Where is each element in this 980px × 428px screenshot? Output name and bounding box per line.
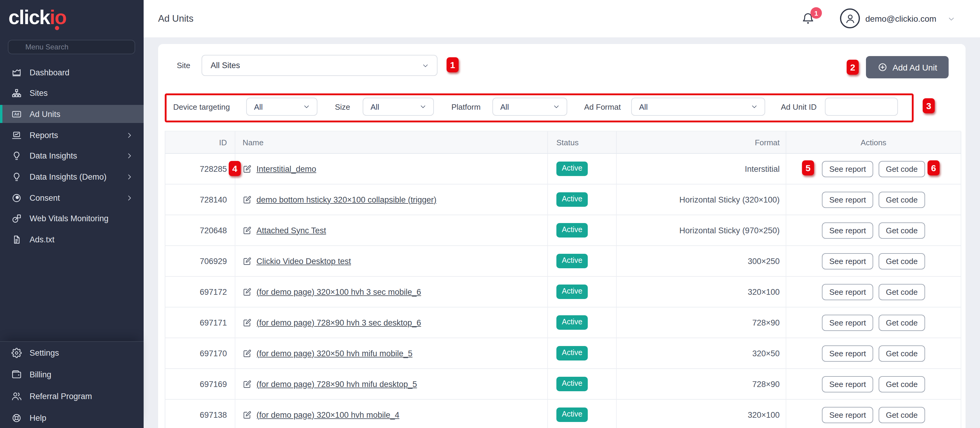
sidebar-item-ads-txt[interactable]: Ads.txt xyxy=(0,231,144,249)
get-code-button[interactable]: Get code xyxy=(879,407,925,423)
status-badge: Active xyxy=(556,346,588,360)
ad-unit-name-link[interactable]: (for demo page) 728×90 hvh 3 sec desktop… xyxy=(256,318,421,327)
get-code-button[interactable]: Get code xyxy=(879,284,925,300)
ad-unit-name-link[interactable]: (for demo page) 320×50 hvh mifu mobile_5 xyxy=(256,349,412,358)
content-area: Site All Sites Add Ad Unit Device target… xyxy=(144,37,980,428)
app-root: clickio Dashboard Sites Ad Units Reports xyxy=(0,0,980,428)
get-code-button[interactable]: Get code xyxy=(879,345,925,361)
ad-units-icon xyxy=(11,109,22,119)
add-ad-unit-button[interactable]: Add Ad Unit xyxy=(866,56,949,78)
chevron-down-icon[interactable] xyxy=(947,15,955,23)
sidebar-item-billing[interactable]: Billing xyxy=(0,365,144,384)
device-targeting-select[interactable]: All xyxy=(246,98,317,116)
site-select[interactable]: All Sites xyxy=(202,55,438,76)
column-header-id: ID xyxy=(165,132,235,154)
topbar: Ad Units 1 demo@clickio.com xyxy=(144,0,980,37)
sidebar-item-web-vitals-monitoring[interactable]: Web Vitals Monitoring xyxy=(0,210,144,228)
get-code-button[interactable]: Get code xyxy=(879,161,925,177)
get-code-button[interactable]: Get code xyxy=(879,192,925,208)
get-code-button[interactable]: Get code xyxy=(879,253,925,269)
ad-unit-name-link[interactable]: Clickio Video Desktop test xyxy=(256,257,351,266)
sidebar-item-sites[interactable]: Sites xyxy=(0,84,144,102)
format-cell: Interstitial xyxy=(617,154,786,184)
ad-unit-name-cell: demo bottom hsticky 320×100 collapsible … xyxy=(235,184,548,215)
get-code-button[interactable]: Get code xyxy=(879,314,925,331)
size-select[interactable]: All xyxy=(363,98,434,116)
edit-icon[interactable] xyxy=(243,195,251,204)
sidebar-item-data-insights[interactable]: Data Insights xyxy=(0,147,144,165)
sidebar-bottom-nav: Settings Billing Referral Program Help xyxy=(0,341,144,428)
ad-unit-name-link[interactable]: (for demo page) 320×100 hvh mobile_4 xyxy=(256,410,399,419)
user-email[interactable]: demo@clickio.com xyxy=(865,14,936,24)
see-report-button[interactable]: See report xyxy=(822,222,873,238)
sidebar-item-label: Reports xyxy=(30,130,58,139)
table-row: 720648 Attached Sync Test Active Horizon… xyxy=(165,215,961,246)
see-report-button[interactable]: See report xyxy=(822,376,873,392)
ad-unit-id: 720648 xyxy=(165,215,235,246)
chevron-down-icon xyxy=(303,103,310,110)
sitemap-icon xyxy=(11,88,22,98)
status-badge: Active xyxy=(556,223,588,238)
sidebar-item-dashboard[interactable]: Dashboard xyxy=(0,63,144,81)
ad-unit-id-input[interactable] xyxy=(825,98,898,116)
see-report-button[interactable]: See report xyxy=(822,161,873,177)
lightbulb-icon xyxy=(11,151,22,161)
ad-unit-id: 697169 xyxy=(165,369,235,399)
edit-icon[interactable] xyxy=(243,226,251,235)
ad-unit-name-link[interactable]: (for demo page) 320×100 hvh 3 sec mobile… xyxy=(256,287,421,296)
page-title: Ad Units xyxy=(158,13,193,24)
chevron-right-icon xyxy=(126,173,134,181)
get-code-button[interactable]: Get code xyxy=(879,222,925,238)
site-select-value: All Sites xyxy=(202,61,240,70)
edit-icon[interactable] xyxy=(243,379,251,388)
chevron-right-icon xyxy=(126,152,134,160)
sidebar-item-data-insights-demo[interactable]: Data Insights (Demo) xyxy=(0,168,144,186)
sidebar-item-ad-units[interactable]: Ad Units xyxy=(0,105,144,123)
table-row: 706929 Clickio Video Desktop test Active… xyxy=(165,246,961,277)
get-code-button[interactable]: Get code xyxy=(879,376,925,392)
menu-search-input[interactable] xyxy=(8,40,135,54)
status-badge: Active xyxy=(556,192,588,207)
edit-icon[interactable] xyxy=(243,287,251,296)
ad-unit-name-link[interactable]: (for demo page) 728×90 hvh mifu desktop_… xyxy=(256,379,417,388)
format-cell: 320×100 xyxy=(617,277,786,308)
ad-unit-name-link[interactable]: Interstitial_demo xyxy=(256,164,316,173)
user-icon xyxy=(844,13,856,24)
ad-unit-name-link[interactable]: Attached Sync Test xyxy=(256,226,326,235)
platform-select[interactable]: All xyxy=(492,98,567,116)
see-report-button[interactable]: See report xyxy=(822,253,873,269)
ad-units-table: ID Name Status Format Actions 728285 Int… xyxy=(165,131,961,428)
see-report-button[interactable]: See report xyxy=(822,345,873,361)
ad-unit-id: 728140 xyxy=(165,184,235,215)
edit-icon[interactable] xyxy=(243,164,251,173)
see-report-button[interactable]: See report xyxy=(822,314,873,331)
wallet-icon xyxy=(11,369,22,379)
consent-icon xyxy=(11,193,22,203)
see-report-button[interactable]: See report xyxy=(822,192,873,208)
chevron-right-icon xyxy=(126,194,134,201)
clickio-logo: clickio xyxy=(8,6,66,29)
site-filter-label: Site xyxy=(177,61,190,70)
platform-label: Platform xyxy=(451,103,480,111)
sidebar-item-help[interactable]: Help xyxy=(0,409,144,427)
ad-format-select[interactable]: All xyxy=(631,98,765,116)
sidebar-item-consent[interactable]: Consent xyxy=(0,189,144,207)
ad-unit-name-cell: Interstitial_demo xyxy=(235,154,548,184)
dashboard-icon xyxy=(11,67,22,78)
avatar[interactable] xyxy=(840,8,860,29)
ad-unit-name-link[interactable]: demo bottom hsticky 320×100 collapsible … xyxy=(256,195,437,204)
logo-dot xyxy=(55,26,59,30)
ad-unit-id: 706929 xyxy=(165,246,235,277)
status-badge: Active xyxy=(556,315,588,330)
plus-circle-icon xyxy=(877,62,888,72)
edit-icon[interactable] xyxy=(243,410,251,419)
see-report-button[interactable]: See report xyxy=(822,284,873,300)
sidebar-item-label: Data Insights xyxy=(30,152,77,161)
sidebar-item-reports[interactable]: Reports xyxy=(0,126,144,144)
sidebar-item-settings[interactable]: Settings xyxy=(0,344,144,362)
edit-icon[interactable] xyxy=(243,318,251,327)
sidebar-item-referral-program[interactable]: Referral Program xyxy=(0,387,144,405)
edit-icon[interactable] xyxy=(243,349,251,358)
edit-icon[interactable] xyxy=(243,257,251,266)
see-report-button[interactable]: See report xyxy=(822,407,873,423)
